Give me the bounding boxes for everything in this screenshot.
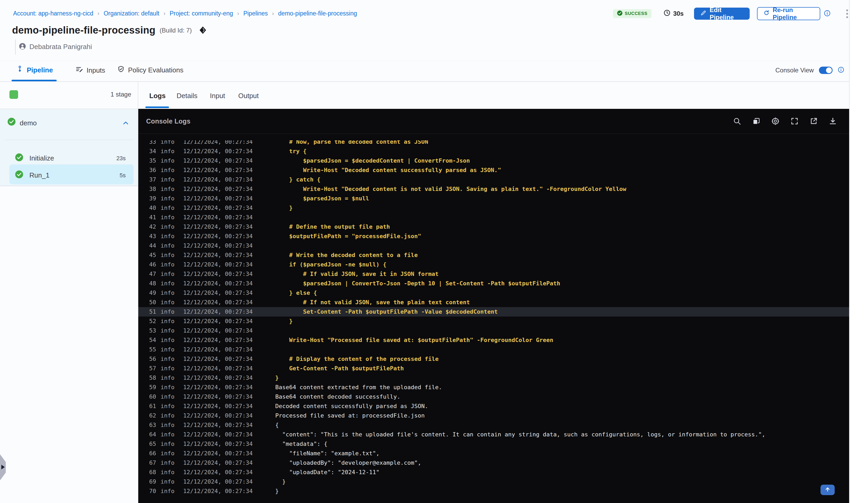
log-row[interactable]: 65info12/12/2024, 00:27:34 "metadata": { bbox=[138, 439, 849, 449]
log-row[interactable]: 70info12/12/2024, 00:27:34} bbox=[138, 486, 849, 496]
tab-inputs[interactable]: Inputs bbox=[75, 65, 105, 75]
log-level: info bbox=[161, 335, 175, 345]
log-timestamp: 12/12/2024, 00:27:34 bbox=[183, 439, 253, 449]
log-line-number: 48 bbox=[138, 279, 156, 288]
log-row[interactable]: 40info12/12/2024, 00:27:34 } bbox=[138, 203, 849, 213]
log-message: # Write the decoded content to a file bbox=[275, 250, 418, 260]
breadcrumb-link[interactable]: Project: community-eng bbox=[169, 10, 233, 17]
log-row[interactable]: 48info12/12/2024, 00:27:34 $parsedJson |… bbox=[138, 279, 849, 288]
edit-pipeline-button[interactable]: Edit Pipeline bbox=[694, 8, 750, 20]
log-timestamp: 12/12/2024, 00:27:34 bbox=[183, 184, 253, 194]
log-row[interactable]: 64info12/12/2024, 00:27:34 "content": "T… bbox=[138, 430, 849, 439]
log-row[interactable]: 44info12/12/2024, 00:27:34 bbox=[138, 241, 849, 250]
log-message: } else { bbox=[275, 288, 317, 298]
log-message: # If valid JSON, save it in JSON format bbox=[275, 269, 439, 279]
open-in-new-icon[interactable] bbox=[809, 116, 818, 126]
log-row[interactable]: 63info12/12/2024, 00:27:34{ bbox=[138, 420, 849, 430]
log-line-number: 53 bbox=[138, 326, 156, 335]
log-row[interactable]: 60info12/12/2024, 00:27:34Base64 content… bbox=[138, 392, 849, 401]
chevron-up-icon[interactable] bbox=[122, 119, 129, 127]
log-row[interactable]: 36info12/12/2024, 00:27:34 Write-Host "D… bbox=[138, 166, 849, 175]
download-icon[interactable] bbox=[828, 116, 838, 126]
log-row[interactable]: 68info12/12/2024, 00:27:34 "uploadDate":… bbox=[138, 468, 849, 477]
log-level: info bbox=[161, 222, 175, 232]
log-row[interactable]: 58info12/12/2024, 00:27:34} bbox=[138, 373, 849, 383]
console-log-viewport[interactable]: 33info12/12/2024, 00:27:34 # Now, parse … bbox=[138, 140, 849, 503]
log-row[interactable]: 33info12/12/2024, 00:27:34 # Now, parse … bbox=[138, 140, 849, 147]
log-level: info bbox=[161, 383, 175, 392]
log-row[interactable]: 43info12/12/2024, 00:27:34 $outputFilePa… bbox=[138, 232, 849, 241]
tab-policy-evaluations[interactable]: Policy Evaluations bbox=[117, 65, 183, 75]
policy-icon bbox=[117, 65, 125, 75]
duration: 30s bbox=[664, 9, 683, 18]
log-row[interactable]: 35info12/12/2024, 00:27:34 $parsedJson =… bbox=[138, 156, 849, 166]
step-row-run_1[interactable]: Run_15s bbox=[9, 165, 134, 184]
log-tab-input[interactable]: Input bbox=[210, 92, 225, 100]
search-icon[interactable] bbox=[732, 116, 742, 126]
log-row[interactable]: 57info12/12/2024, 00:27:34 Get-Content -… bbox=[138, 364, 849, 373]
log-row[interactable]: 67info12/12/2024, 00:27:34 "uploadedBy":… bbox=[138, 458, 849, 468]
breadcrumb-link[interactable]: Organization: default bbox=[104, 10, 159, 17]
log-row[interactable]: 34info12/12/2024, 00:27:34 try { bbox=[138, 147, 849, 156]
copy-icon[interactable] bbox=[752, 116, 761, 126]
console-view-info-icon[interactable] bbox=[838, 66, 844, 74]
log-line-number: 60 bbox=[138, 392, 156, 401]
log-line-number: 37 bbox=[138, 175, 156, 184]
breadcrumb-link[interactable]: Account: app-harness-ng-cicd bbox=[13, 10, 93, 17]
log-row[interactable]: 37info12/12/2024, 00:27:34 } catch { bbox=[138, 175, 849, 184]
log-row[interactable]: 38info12/12/2024, 00:27:34 Write-Host "D… bbox=[138, 184, 849, 194]
console-header: Console Logs bbox=[138, 109, 849, 134]
log-message: try { bbox=[275, 147, 307, 156]
log-row[interactable]: 51info12/12/2024, 00:27:34 Set-Content -… bbox=[138, 307, 849, 316]
log-row[interactable]: 61info12/12/2024, 00:27:34Decoded conten… bbox=[138, 401, 849, 411]
log-row[interactable]: 69info12/12/2024, 00:27:34 } bbox=[138, 477, 849, 486]
log-row[interactable]: 56info12/12/2024, 00:27:34 # Display the… bbox=[138, 354, 849, 364]
log-line-number: 49 bbox=[138, 288, 156, 298]
log-row[interactable]: 41info12/12/2024, 00:27:34 bbox=[138, 213, 849, 222]
log-level: info bbox=[161, 184, 175, 194]
log-timestamp: 12/12/2024, 00:27:34 bbox=[183, 140, 253, 147]
rerun-info-icon[interactable] bbox=[824, 10, 830, 18]
log-line-number: 66 bbox=[138, 449, 156, 458]
settings-icon[interactable] bbox=[771, 116, 780, 126]
breadcrumb: Account: app-harness-ng-cicd›Organizatio… bbox=[13, 10, 357, 17]
log-row[interactable]: 49info12/12/2024, 00:27:34 } else { bbox=[138, 288, 849, 298]
log-row[interactable]: 46info12/12/2024, 00:27:34 if ($parsedJs… bbox=[138, 260, 849, 269]
log-row[interactable]: 53info12/12/2024, 00:27:34 bbox=[138, 326, 849, 335]
log-timestamp: 12/12/2024, 00:27:34 bbox=[183, 307, 253, 316]
log-row[interactable]: 59info12/12/2024, 00:27:34Base64 content… bbox=[138, 383, 849, 392]
log-message: Base64 content decoded successfully. bbox=[275, 392, 400, 401]
log-tab-output[interactable]: Output bbox=[238, 92, 259, 100]
fullscreen-icon[interactable] bbox=[790, 116, 799, 126]
log-level: info bbox=[161, 279, 175, 288]
step-success-icon bbox=[15, 154, 23, 163]
log-message: Write-Host "Processed file saved at: $ou… bbox=[275, 335, 554, 345]
log-row[interactable]: 39info12/12/2024, 00:27:34 $parsedJson =… bbox=[138, 194, 849, 203]
scroll-to-top-button[interactable] bbox=[820, 485, 835, 495]
log-tab-details[interactable]: Details bbox=[177, 92, 197, 100]
log-row[interactable]: 50info12/12/2024, 00:27:34 # If not vali… bbox=[138, 298, 849, 307]
log-tab-logs[interactable]: Logs bbox=[149, 92, 166, 100]
log-row[interactable]: 66info12/12/2024, 00:27:34 "fileName": "… bbox=[138, 449, 849, 458]
clock-icon bbox=[664, 9, 670, 18]
log-row[interactable]: 62info12/12/2024, 00:27:34Processed file… bbox=[138, 411, 849, 420]
log-row[interactable]: 54info12/12/2024, 00:27:34 Write-Host "P… bbox=[138, 335, 849, 345]
log-row[interactable]: 47info12/12/2024, 00:27:34 # If valid JS… bbox=[138, 269, 849, 279]
breadcrumb-link[interactable]: demo-pipeline-file-processing bbox=[278, 10, 357, 17]
log-level: info bbox=[161, 458, 175, 468]
log-timestamp: 12/12/2024, 00:27:34 bbox=[183, 392, 253, 401]
log-row[interactable]: 52info12/12/2024, 00:27:34 } bbox=[138, 316, 849, 326]
log-row[interactable]: 55info12/12/2024, 00:27:34 bbox=[138, 345, 849, 354]
rerun-pipeline-button[interactable]: Re-run Pipeline bbox=[757, 7, 820, 20]
tab-pipeline[interactable]: Pipeline bbox=[16, 65, 53, 74]
console-view-toggle[interactable] bbox=[819, 66, 833, 74]
more-options-menu-icon[interactable] bbox=[845, 8, 849, 19]
rerun-icon bbox=[763, 10, 769, 18]
log-level: info bbox=[161, 288, 175, 298]
log-row[interactable]: 45info12/12/2024, 00:27:34 # Write the d… bbox=[138, 250, 849, 260]
log-timestamp: 12/12/2024, 00:27:34 bbox=[183, 364, 253, 373]
stage-row-demo[interactable]: demo bbox=[0, 109, 138, 139]
breadcrumb-link[interactable]: Pipelines bbox=[243, 10, 268, 17]
log-row[interactable]: 42info12/12/2024, 00:27:34 # Define the … bbox=[138, 222, 849, 232]
log-message: $parsedJson | ConvertTo-Json -Depth 10 |… bbox=[275, 279, 560, 288]
